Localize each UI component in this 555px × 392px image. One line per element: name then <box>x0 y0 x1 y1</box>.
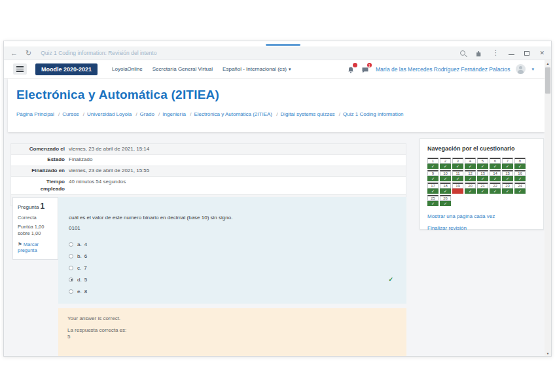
question-nav-number: 19 <box>452 183 463 188</box>
restore-button[interactable] <box>524 51 529 56</box>
breadcrumb-separator: / <box>276 111 278 117</box>
question-nav-button[interactable]: 22 ✓ <box>490 183 501 194</box>
question-nav-button[interactable]: 25 ✓ <box>427 195 439 206</box>
breadcrumb-link[interactable]: Cursos <box>62 111 79 117</box>
question-nav-button[interactable]: 12 ✓ <box>465 170 476 181</box>
back-icon[interactable]: ← <box>10 50 18 57</box>
navbar-right: 1 María de las Mercedes Rodríguez Fernán… <box>347 64 542 74</box>
user-menu-name[interactable]: María de las Mercedes Rodríguez Fernánde… <box>376 66 510 73</box>
question-nav-button[interactable]: 2 ✓ <box>440 158 451 169</box>
question-nav-button[interactable]: 16 ✓ <box>514 170 526 181</box>
question-nav-button[interactable]: 13 ✓ <box>477 170 488 181</box>
question-nav-button[interactable]: 21 ✓ <box>477 183 488 194</box>
chevron-down-icon: ▾ <box>289 67 291 72</box>
question-nav-button[interactable]: 14 ✓ <box>490 170 501 181</box>
question-nav-button[interactable]: 9 ✓ <box>427 170 439 181</box>
question-nav-state: ✓ <box>477 176 488 181</box>
user-menu-caret-icon[interactable]: ▾ <box>531 67 534 72</box>
breadcrumb-link[interactable]: Universidad Loyola <box>87 111 132 117</box>
browser-menu-icon[interactable]: ⋮ <box>492 50 499 56</box>
check-icon: ✓ <box>431 202 435 205</box>
question-nav-button[interactable]: 18 ✓ <box>440 183 451 194</box>
question-nav-button[interactable]: 24 ✓ <box>514 183 526 194</box>
scrollbar-down-arrow[interactable]: ▼ <box>545 350 551 357</box>
feedback-correct-answer-value: 5 <box>67 334 397 340</box>
breadcrumb-link[interactable]: Grado <box>140 111 154 117</box>
question-nav-button[interactable]: 5 ✓ <box>477 158 488 169</box>
navbar-link[interactable]: LoyolaOnline <box>112 66 143 72</box>
navbar-link[interactable]: Secretaría General Virtual <box>152 66 213 72</box>
option-text: 7 <box>84 265 86 271</box>
question-nav-button[interactable]: 11 ✓ <box>452 170 463 181</box>
check-icon: ✓ <box>518 164 522 168</box>
quiz-nav-link[interactable]: Mostrar una página cada vez <box>427 213 536 219</box>
question-nav-button[interactable]: 23 ✓ <box>502 183 513 194</box>
question-nav-number: 6 <box>490 158 501 164</box>
scrollbar-up-arrow[interactable]: ▲ <box>545 60 551 67</box>
question-nav-number: 3 <box>452 158 463 164</box>
option-text: 5 <box>84 277 87 283</box>
avatar[interactable] <box>516 64 526 74</box>
scrollbar[interactable]: ▲ ▼ <box>545 60 551 357</box>
question-nav-state: ✓ <box>465 164 476 169</box>
flag-question-link[interactable]: ⚑Marcar pregunta <box>18 241 54 255</box>
question-nav-button[interactable]: 17 ✓ <box>427 183 439 194</box>
check-icon: ✓ <box>493 189 497 193</box>
scrollbar-thumb[interactable] <box>545 67 550 94</box>
notifications-bell-icon[interactable] <box>347 65 355 73</box>
breadcrumb-separator: / <box>58 111 60 117</box>
question-nav-button[interactable]: 1 ✓ <box>427 158 439 169</box>
breadcrumb-item: Quiz 1 Coding information / <box>343 111 404 117</box>
breadcrumb-item: Cursos / <box>62 111 87 117</box>
question-nav-button[interactable]: 20 ✓ <box>465 183 476 194</box>
question-nav-button[interactable]: 4 ✓ <box>465 158 476 169</box>
table-row: Tiempo empleado 40 minutos 54 segundos <box>11 176 406 194</box>
language-menu[interactable]: Español - Internacional (es) ▾ <box>223 66 291 72</box>
check-icon: ✓ <box>431 177 435 181</box>
radio-button[interactable] <box>69 289 73 294</box>
question-nav-button[interactable]: 26 ✓ <box>440 195 451 206</box>
summary-label: Estado <box>24 156 65 164</box>
question-nav-number: 2 <box>440 158 451 164</box>
question-nav-number: 16 <box>514 170 526 176</box>
minimize-button[interactable] <box>509 54 514 55</box>
reload-icon[interactable]: ↻ <box>26 50 31 57</box>
course-title: Electrónica y Automática (2ITIEA) <box>16 88 536 102</box>
question-nav-number: 13 <box>477 170 488 176</box>
messages-icon[interactable]: 1 <box>361 65 370 73</box>
quiz-nav-links: Mostrar una página cada vezFinalizar rev… <box>427 213 536 231</box>
question-nav-button[interactable]: 6 ✓ <box>490 158 501 169</box>
extensions-icon[interactable] <box>475 50 482 57</box>
question-nav-button[interactable]: 19 ✓ <box>452 183 463 194</box>
question-nav-button[interactable]: 3 ✓ <box>452 158 463 169</box>
breadcrumb-link[interactable]: Página Principal <box>16 111 54 117</box>
radio-button[interactable] <box>69 242 73 247</box>
question-nav-button[interactable]: 8 ✓ <box>514 158 526 169</box>
check-icon: ✓ <box>481 177 484 181</box>
radio-button[interactable] <box>69 277 73 282</box>
zoom-icon[interactable] <box>460 50 465 56</box>
breadcrumb-link[interactable]: Electrónica y Automática (2ITIEA) <box>194 111 272 117</box>
question-nav-button[interactable]: 10 ✓ <box>440 170 451 181</box>
answer-option-row: c. 7 ✓ <box>69 262 395 274</box>
radio-button[interactable] <box>69 266 73 270</box>
close-button[interactable]: ✕ <box>539 50 545 56</box>
question-nav-state: ✓ <box>452 188 463 194</box>
breadcrumb-link[interactable]: Quiz 1 Coding information <box>343 111 404 117</box>
check-icon: ✓ <box>506 177 509 181</box>
question-nav-button[interactable]: 7 ✓ <box>502 158 513 169</box>
check-icon: ✓ <box>444 189 447 193</box>
breadcrumb-link[interactable]: Ingeniería <box>162 111 186 117</box>
messages-badge: 1 <box>367 63 372 67</box>
hamburger-menu-icon[interactable] <box>13 63 27 75</box>
radio-button[interactable] <box>69 254 73 258</box>
quiz-nav-link[interactable]: Finalizar revisión <box>427 225 536 231</box>
moodle-brand-badge[interactable]: Moodle 2020-2021 <box>35 63 98 75</box>
answer-options: a. 4 ✓ b. 6 ✓ <box>69 238 395 297</box>
check-icon: ✓ <box>444 177 447 181</box>
question-binary-code: 0101 <box>69 225 395 231</box>
breadcrumb-link[interactable]: Digital systems quizzes <box>280 111 334 117</box>
question-nav-button[interactable]: 15 ✓ <box>502 170 513 181</box>
correct-check-icon: ✓ <box>388 276 393 283</box>
check-icon: ✓ <box>493 177 497 181</box>
